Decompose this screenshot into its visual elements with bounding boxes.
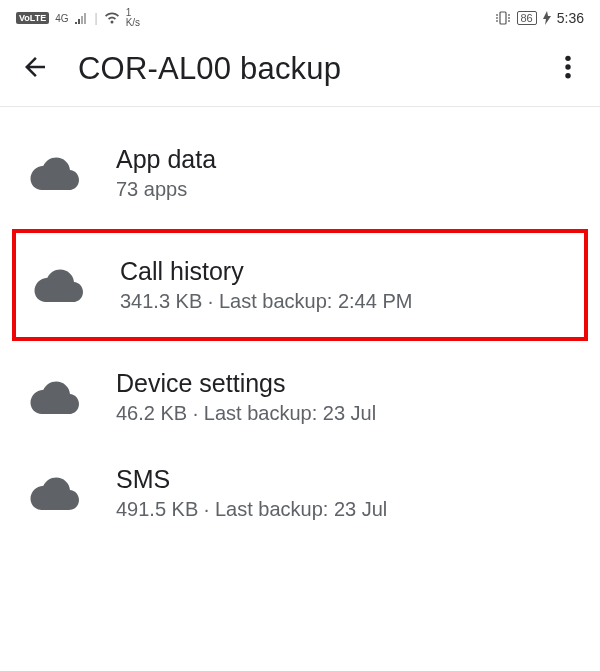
cloud-icon: [30, 380, 80, 414]
item-subtitle: 73 apps: [116, 178, 216, 201]
svg-point-1: [565, 56, 570, 61]
signal-icon: [75, 12, 89, 24]
divider: |: [95, 11, 98, 25]
charging-icon: [543, 11, 551, 25]
status-left: VoLTE 4G | 1 K/s: [16, 8, 140, 28]
item-text: Call history 341.3 KB · Last backup: 2:4…: [120, 257, 412, 313]
clock: 5:36: [557, 10, 584, 26]
wifi-icon: [104, 12, 120, 24]
backup-list: App data 73 apps Call history 341.3 KB ·…: [0, 107, 600, 541]
cloud-icon: [30, 476, 80, 510]
list-item-call-history[interactable]: Call history 341.3 KB · Last backup: 2:4…: [12, 229, 588, 341]
svg-point-2: [565, 64, 570, 69]
list-item-app-data[interactable]: App data 73 apps: [0, 125, 600, 221]
page-title: COR-AL00 backup: [78, 51, 528, 87]
cloud-icon: [34, 268, 84, 302]
item-text: SMS 491.5 KB · Last backup: 23 Jul: [116, 465, 387, 521]
network-type: 4G: [55, 13, 68, 24]
more-vert-icon: [564, 54, 572, 80]
vibrate-icon: [495, 11, 511, 25]
battery-indicator: 86: [517, 11, 537, 25]
speed-unit: K/s: [126, 18, 140, 28]
arrow-left-icon: [20, 52, 50, 82]
item-text: Device settings 46.2 KB · Last backup: 2…: [116, 369, 376, 425]
item-subtitle: 46.2 KB · Last backup: 23 Jul: [116, 402, 376, 425]
volte-badge: VoLTE: [16, 12, 49, 24]
item-title: Device settings: [116, 369, 376, 398]
item-title: Call history: [120, 257, 412, 286]
speed-indicator: 1 K/s: [126, 8, 140, 28]
item-title: App data: [116, 145, 216, 174]
list-item-device-settings[interactable]: Device settings 46.2 KB · Last backup: 2…: [0, 349, 600, 445]
status-bar: VoLTE 4G | 1 K/s 86 5:36: [0, 0, 600, 36]
app-bar: COR-AL00 backup: [0, 36, 600, 107]
item-title: SMS: [116, 465, 387, 494]
item-text: App data 73 apps: [116, 145, 216, 201]
list-item-sms[interactable]: SMS 491.5 KB · Last backup: 23 Jul: [0, 445, 600, 541]
svg-rect-0: [500, 12, 506, 24]
item-subtitle: 491.5 KB · Last backup: 23 Jul: [116, 498, 387, 521]
item-subtitle: 341.3 KB · Last backup: 2:44 PM: [120, 290, 412, 313]
svg-point-3: [565, 73, 570, 78]
cloud-icon: [30, 156, 80, 190]
more-menu-button[interactable]: [556, 50, 580, 88]
back-button[interactable]: [20, 52, 50, 86]
status-right: 86 5:36: [495, 10, 585, 26]
